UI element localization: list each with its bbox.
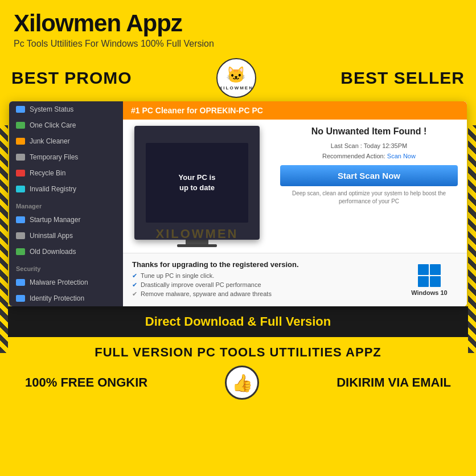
- sidebar: System Status One Click Care Junk Cleane…: [9, 101, 123, 306]
- sidebar-item-recycle-bin[interactable]: Recycle Bin: [9, 165, 123, 181]
- orange-header: #1 PC Cleaner for OPREKIN-PC PC: [123, 101, 467, 120]
- sidebar-item-identity-protection[interactable]: Identity Protection: [9, 290, 123, 306]
- win-square-1: [418, 264, 429, 275]
- stripe-left-decoration: [0, 125, 8, 353]
- sidebar-label-startup-manager: Startup Manager: [30, 216, 80, 224]
- sidebar-item-temporary-files[interactable]: Temporary Files: [9, 149, 123, 165]
- last-scan-text: Last Scan : Today 12:35PM: [280, 142, 458, 149]
- content-body: Your PC is up to date XILOWMEN No Unwant…: [123, 120, 467, 253]
- bottom-area: FULL VERSION PC TOOLS UTTILITIES APPZ 10…: [0, 337, 476, 408]
- feature-label-1: Drastically improve overall PC performan…: [141, 281, 261, 288]
- uninstall-apps-icon: [16, 232, 25, 239]
- logo-center: 🐱 XILOWMEN: [216, 58, 256, 98]
- feature-item-2: ✔ Remove malware, spyware and adware thr…: [132, 290, 392, 298]
- pc-screen: Your PC is up to date: [134, 126, 260, 240]
- system-status-icon: [16, 106, 25, 113]
- sidebar-label-system-status: System Status: [30, 105, 73, 113]
- feature-label-2: Remove malware, spyware and adware threa…: [141, 290, 272, 297]
- pc-image-area: Your PC is up to date XILOWMEN: [123, 120, 271, 253]
- win-square-4: [430, 276, 441, 287]
- check-icon-1: ✔: [132, 281, 137, 289]
- best-promo-badge: BEST PROMO: [11, 68, 132, 88]
- app-title: Xilowmen Appz: [14, 10, 462, 36]
- pc-screen-inner: Your PC is up to date: [146, 143, 248, 223]
- identity-protection-icon: [16, 295, 25, 302]
- scan-description: Deep scan, clean and optimize your syste…: [280, 190, 458, 206]
- feature-label-0: Tune up PC in single click.: [141, 272, 214, 279]
- start-scan-button[interactable]: Start Scan Now: [280, 165, 458, 186]
- sidebar-label-malware-protection: Malware Protection: [30, 278, 88, 286]
- stripe-right-decoration: [468, 125, 476, 353]
- sidebar-section-manager: Manager: [9, 197, 123, 212]
- black-banner: Direct Download & Full Version: [0, 306, 476, 337]
- upgrade-text: Thanks for upgrading to the registered v…: [132, 260, 392, 299]
- startup-manager-icon: [16, 216, 25, 223]
- dikirim-text: DIKIRIM VIA EMAIL: [337, 375, 451, 390]
- one-click-care-icon: [16, 122, 25, 129]
- sidebar-item-malware-protection[interactable]: Malware Protection: [9, 274, 123, 290]
- sidebar-label-invalid-registry: Invalid Registry: [30, 185, 76, 193]
- sidebar-item-old-downloads[interactable]: Old Downloads: [9, 244, 123, 260]
- temporary-files-icon: [16, 154, 25, 161]
- sidebar-label-uninstall-apps: Uninstall Apps: [30, 232, 73, 240]
- sidebar-item-uninstall-apps[interactable]: Uninstall Apps: [9, 228, 123, 244]
- windows-label: Windows 10: [411, 289, 447, 296]
- free-ongkir-text: 100% FREE ONGKIR: [25, 375, 147, 390]
- sidebar-item-system-status[interactable]: System Status: [9, 101, 123, 117]
- logo-brand-text: XILOWMEN: [219, 85, 253, 91]
- win-square-2: [430, 264, 441, 275]
- black-banner-text: Direct Download & Full Version: [17, 314, 459, 329]
- app-screenshot: System Status One Click Care Junk Cleane…: [9, 101, 467, 306]
- full-version-text: FULL VERSION PC TOOLS UTTILITIES APPZ: [95, 345, 381, 360]
- best-seller-badge: BEST SELLER: [340, 68, 465, 88]
- pc-text: Your PC is up to date: [179, 173, 216, 193]
- windows-logo: [418, 264, 441, 287]
- sidebar-label-one-click-care: One Click Care: [30, 121, 76, 129]
- sidebar-item-one-click-care[interactable]: One Click Care: [9, 117, 123, 133]
- recycle-bin-icon: [16, 170, 25, 177]
- invalid-registry-icon: [16, 186, 25, 192]
- sidebar-section-security: Security: [9, 260, 123, 274]
- right-panel: No Unwanted Item Found ! Last Scan : Tod…: [271, 120, 467, 253]
- app-bottom-section: Thanks for upgrading to the registered v…: [123, 253, 467, 306]
- logo-icon: 🐱: [226, 65, 246, 84]
- old-downloads-icon: [16, 248, 25, 255]
- main-container: Xilowmen Appz Pc Tools Uttilities For Wi…: [0, 0, 476, 476]
- sidebar-label-identity-protection: Identity Protection: [30, 294, 84, 302]
- pc-stand: [186, 240, 208, 244]
- recommended-action: Recommended Action: Scan Now: [280, 153, 458, 159]
- no-item-found-text: No Unwanted Item Found !: [280, 126, 458, 137]
- main-content: #1 PC Cleaner for OPREKIN-PC PC Your PC …: [123, 101, 467, 306]
- promo-row: BEST PROMO 🐱 XILOWMEN BEST SELLER: [0, 55, 476, 98]
- sidebar-label-junk-cleaner: Junk Cleaner: [30, 137, 70, 145]
- upgrade-title: Thanks for upgrading to the registered v…: [132, 260, 392, 269]
- sidebar-label-temporary-files: Temporary Files: [30, 153, 78, 161]
- thumbs-up-icon: 👍: [225, 366, 259, 400]
- junk-cleaner-icon: [16, 138, 25, 145]
- sidebar-label-old-downloads: Old Downloads: [30, 248, 76, 256]
- feature-item-1: ✔ Drastically improve overall PC perform…: [132, 281, 392, 289]
- windows-box: Windows 10: [401, 260, 458, 299]
- check-icon-0: ✔: [132, 272, 137, 280]
- sidebar-label-recycle-bin: Recycle Bin: [30, 169, 65, 177]
- logo-circle: 🐱 XILOWMEN: [216, 58, 256, 98]
- bottom-bottom-row: 100% FREE ONGKIR 👍 DIKIRIM VIA EMAIL: [14, 366, 462, 400]
- sidebar-item-junk-cleaner[interactable]: Junk Cleaner: [9, 133, 123, 149]
- scan-now-link[interactable]: Scan Now: [387, 153, 416, 159]
- sidebar-item-invalid-registry[interactable]: Invalid Registry: [9, 181, 123, 197]
- feature-item-0: ✔ Tune up PC in single click.: [132, 272, 392, 280]
- header: Xilowmen Appz Pc Tools Uttilities For Wi…: [0, 0, 476, 55]
- pc-base: [177, 244, 217, 247]
- bottom-top-row: FULL VERSION PC TOOLS UTTILITIES APPZ: [14, 345, 462, 360]
- malware-protection-icon: [16, 279, 25, 286]
- app-subtitle: Pc Tools Uttilities For Windows 100% Ful…: [14, 39, 462, 49]
- check-icon-2: ✔: [132, 290, 137, 298]
- win-square-3: [418, 276, 429, 287]
- sidebar-item-startup-manager[interactable]: Startup Manager: [9, 212, 123, 228]
